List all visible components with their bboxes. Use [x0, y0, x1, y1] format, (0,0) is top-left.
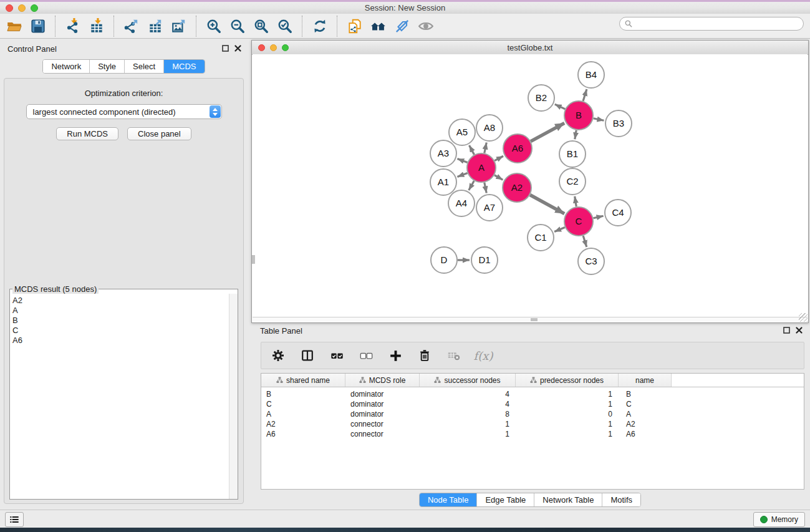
graph-node-label-A2: A2: [511, 182, 523, 193]
edge-A-A6: [494, 156, 503, 160]
column-visibility-icon[interactable]: [298, 347, 317, 364]
column-header-shared-name[interactable]: shared name: [261, 374, 345, 387]
window-resize-grip[interactable]: [799, 313, 808, 322]
status-bar: Memory: [0, 510, 810, 528]
zoom-fit-icon[interactable]: [249, 16, 273, 36]
network-window-titlebar[interactable]: testGlobe.txt: [252, 41, 808, 55]
settings-gear-icon[interactable]: [269, 347, 287, 364]
column-label: name: [635, 376, 654, 385]
zoom-selected-icon[interactable]: [273, 16, 297, 36]
cell-shared-name: A6: [261, 430, 345, 438]
toolbar-separator: [55, 16, 56, 37]
table-header-row: shared nameMCDS rolesuccessor nodesprede…: [261, 374, 804, 387]
tab-edge-table[interactable]: Edge Table: [477, 493, 534, 506]
refresh-layout-icon[interactable]: [308, 16, 332, 36]
float-panel-icon[interactable]: [222, 45, 229, 52]
hide-labels-icon[interactable]: [390, 16, 414, 36]
add-column-icon[interactable]: [386, 347, 405, 364]
mcds-result-item[interactable]: B: [12, 316, 229, 326]
export-network-icon[interactable]: [120, 16, 143, 36]
network-horizontal-scrollbar[interactable]: [253, 317, 808, 322]
export-image-icon[interactable]: [167, 16, 191, 36]
close-panel-button[interactable]: Close panel: [127, 127, 191, 140]
export-table-icon[interactable]: [143, 16, 167, 36]
toolbar-separator: [113, 16, 115, 37]
tab-style[interactable]: Style: [90, 60, 125, 73]
column-type-icon: [434, 377, 441, 384]
network-canvas[interactable]: AA1A2A3A4A5A6A7A8BB1B2B3B4CC1C2C3C4DD1: [253, 54, 808, 317]
save-session-icon[interactable]: [26, 16, 50, 36]
table-row[interactable]: Bdominator41B: [261, 389, 804, 399]
graph-node-label-C1: C1: [534, 232, 546, 243]
cell-name: C: [619, 400, 672, 409]
tab-network[interactable]: Network: [43, 60, 90, 73]
column-header-MCDS-role[interactable]: MCDS role: [345, 374, 420, 387]
edge-A-A4: [469, 181, 475, 190]
deselect-all-icon[interactable]: [357, 347, 375, 364]
column-type-icon: [359, 377, 366, 384]
column-header-predecessor-nodes[interactable]: predecessor nodes: [516, 374, 619, 387]
float-table-panel-icon[interactable]: [783, 327, 790, 334]
tab-node-table[interactable]: Node Table: [420, 493, 478, 506]
zoom-out-icon[interactable]: [226, 16, 249, 36]
table-toolbar: f(x): [261, 342, 804, 369]
network-vertical-scrollbar[interactable]: [252, 255, 255, 264]
cell-predecessor-nodes: 1: [516, 420, 619, 428]
memory-button[interactable]: Memory: [753, 512, 805, 527]
cell-MCDS-role: connector: [345, 420, 420, 428]
clone-network-icon[interactable]: [343, 16, 367, 36]
column-header-name[interactable]: name: [619, 374, 672, 387]
result-list-scrollbar[interactable]: [229, 294, 238, 499]
mcds-result-item[interactable]: A: [12, 306, 229, 316]
run-mcds-button[interactable]: Run MCDS: [56, 127, 118, 140]
mcds-result-item[interactable]: A2: [12, 296, 229, 306]
graph-node-label-B2: B2: [536, 92, 547, 103]
close-table-panel-icon[interactable]: [796, 327, 803, 334]
network-hscroll-thumb[interactable]: [531, 318, 538, 321]
column-header-successor-nodes[interactable]: successor nodes: [420, 374, 516, 387]
import-table-icon[interactable]: [85, 16, 108, 36]
edge-B-B2: [555, 104, 566, 109]
cell-name: B: [619, 390, 672, 399]
open-session-icon[interactable]: [2, 16, 26, 36]
cell-MCDS-role: connector: [345, 430, 420, 438]
tab-mcds[interactable]: MCDS: [164, 60, 204, 73]
task-history-button[interactable]: [5, 512, 24, 527]
edge-C-C4: [593, 216, 603, 218]
title-bar[interactable]: Session: New Session: [0, 0, 810, 14]
table-row[interactable]: Cdominator41C: [261, 399, 804, 409]
search-input[interactable]: [633, 18, 803, 29]
tab-select[interactable]: Select: [125, 60, 164, 73]
table-row[interactable]: A2connector11A2: [261, 419, 804, 429]
cell-shared-name: A: [261, 410, 345, 418]
edge-A6-B: [531, 123, 564, 141]
window-title: Session: New Session: [0, 3, 810, 12]
mcds-result-item[interactable]: A6: [12, 336, 229, 346]
cell-successor-nodes: 1: [420, 430, 516, 438]
cell-shared-name: B: [261, 390, 345, 399]
table-row[interactable]: Adominator80A: [261, 409, 804, 419]
criterion-dropdown[interactable]: largest connected component (directed): [26, 104, 222, 119]
column-label: successor nodes: [444, 376, 500, 385]
show-graphics-details-icon[interactable]: [414, 16, 438, 36]
zoom-in-icon[interactable]: [202, 16, 226, 36]
dropdown-stepper-icon: [210, 105, 221, 118]
mcds-result-list: A2ABCA6: [10, 294, 229, 499]
cell-predecessor-nodes: 1: [516, 430, 619, 438]
search-icon: [624, 19, 633, 28]
graph-node-label-A5: A5: [456, 127, 468, 137]
import-network-icon[interactable]: [61, 16, 85, 36]
close-panel-icon[interactable]: [234, 45, 241, 52]
mcds-result-item[interactable]: C: [12, 326, 229, 336]
tab-motifs[interactable]: Motifs: [602, 493, 640, 506]
edge-C-C3: [583, 236, 587, 247]
first-neighbors-icon[interactable]: [367, 16, 390, 36]
edge-A-A2: [494, 175, 503, 180]
select-all-icon[interactable]: [327, 347, 346, 364]
graph-node-label-B: B: [576, 110, 582, 120]
tab-network-table[interactable]: Network Table: [534, 493, 602, 506]
search-field[interactable]: [619, 17, 804, 31]
delete-column-icon[interactable]: [415, 347, 434, 364]
table-row[interactable]: A6connector11A6: [261, 429, 804, 439]
cell-predecessor-nodes: 0: [516, 410, 619, 418]
